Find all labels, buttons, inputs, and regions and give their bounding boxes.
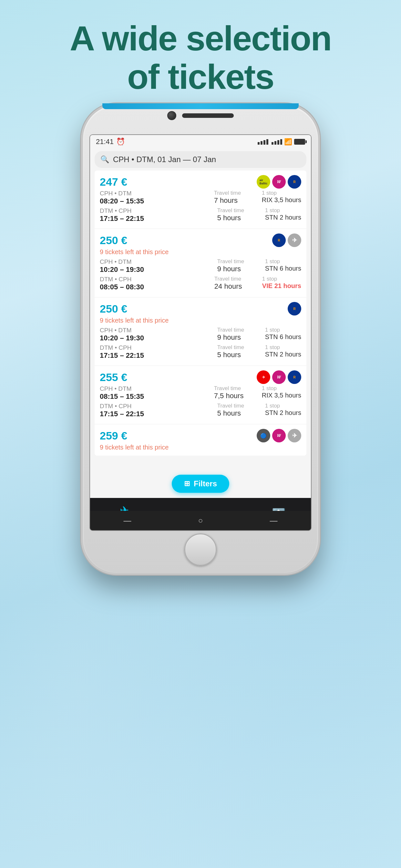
inbound-row-3: DTM • CPH 17:15 – 22:15 Travel time 5 ho…: [100, 344, 301, 360]
outbound-traveltime-2: Travel time 9 hours: [217, 258, 263, 273]
hero-title: A wide selection of tickets: [0, 20, 401, 96]
results-list: 247 € airBaltic W R: [95, 170, 306, 456]
inbound-row-1: DTM • CPH 17:15 – 22:15 Travel time 5 ho…: [100, 207, 301, 223]
inbound-stop-2: 1 stop VIE 21 hours: [262, 276, 301, 290]
outbound-row-1: CPH • DTM 08:20 – 15:35 Travel time 7 ho…: [100, 190, 301, 206]
inbound-traveltime-3: Travel time 5 hours: [217, 344, 263, 359]
status-right: 📶: [258, 138, 305, 146]
outbound-stop-4: 1 stop RIX 3,5 hours: [262, 385, 301, 399]
android-nav-bar: — ○ —: [90, 511, 311, 530]
plane-logo-5: ✈: [288, 429, 301, 442]
battery-icon: [294, 139, 305, 145]
outbound-route-1: CPH • DTM: [100, 190, 212, 197]
phone-camera-area: [149, 111, 252, 120]
outbound-stop-3: 1 stop STN 6 hours: [265, 327, 301, 341]
filters-button[interactable]: ⊞ Filters: [172, 475, 229, 493]
outbound-time-3: 10:20 – 19:30: [100, 334, 215, 342]
inbound-stop-3: 1 stop STN 2 hours: [265, 344, 301, 358]
inbound-time-3: 17:15 – 22:15: [100, 351, 215, 360]
ryanair-logo-1: R: [288, 175, 301, 189]
inbound-traveltime-2: Travel time 24 hours: [214, 276, 259, 290]
airline-logos-1: airBaltic W R: [257, 175, 301, 189]
ryanair-logo-3: R: [288, 302, 301, 315]
phone-top-accent: [102, 103, 299, 109]
outbound-row-3: CPH • DTM 10:20 – 19:30 Travel time 9 ho…: [100, 327, 301, 342]
card-header-4: 255 € ✈ W R: [100, 370, 301, 384]
inbound-time-1: 17:15 – 22:15: [100, 214, 215, 223]
android-home-btn[interactable]: ○: [198, 516, 203, 525]
inbound-stop-4: 1 stop STN 2 hours: [265, 403, 301, 416]
availability-5: 9 tickets left at this price: [100, 444, 301, 451]
availability-3: 9 tickets left at this price: [100, 317, 301, 324]
inbound-route-3: DTM • CPH: [100, 344, 215, 351]
inbound-traveltime-1: Travel time 5 hours: [217, 207, 263, 222]
alarm-icon: ⏰: [116, 137, 125, 146]
price-5: 259 €: [100, 430, 127, 442]
signal-bar-1: [258, 142, 259, 145]
flight-card-4[interactable]: 255 € ✈ W R: [95, 366, 306, 424]
flight-card-2[interactable]: 250 € R ✈ 9 tickets left at this price: [95, 229, 306, 298]
search-icon: 🔍: [100, 155, 109, 164]
results-scroll: 247 € airBaltic W R: [90, 170, 311, 498]
outbound-row-4: CPH • DTM 08:15 – 15:35 Travel time 7,5 …: [100, 385, 301, 401]
airline-logos-5: 🔵 W ✈: [257, 429, 301, 442]
signal-bars-2: [272, 139, 282, 145]
inbound-route-2: DTM • CPH: [100, 276, 212, 283]
outbound-route-2: CPH • DTM: [100, 258, 215, 266]
multi-logo: 🔵: [257, 429, 270, 442]
outbound-route-4: CPH • DTM: [100, 385, 212, 392]
flight-card-5[interactable]: 259 € 🔵 W ✈: [95, 424, 306, 456]
outbound-traveltime-1: Travel time 7 hours: [214, 190, 259, 205]
phone-wrapper: 21:41 ⏰ 📶: [81, 103, 320, 575]
phone-screen: 21:41 ⏰ 📶: [89, 134, 312, 531]
flight-card-1[interactable]: 247 € airBaltic W R: [95, 170, 306, 229]
results-inner: 247 € airBaltic W R: [90, 170, 311, 456]
speaker-bar: [182, 113, 234, 118]
airbaltic-logo: airBaltic: [257, 175, 270, 189]
outbound-stop-2: 1 stop STN 6 hours: [265, 258, 301, 272]
red-airline-logo: ✈: [257, 370, 270, 384]
android-back-btn[interactable]: —: [124, 516, 131, 525]
price-3: 250 €: [100, 303, 127, 315]
outbound-time-4: 08:15 – 15:35: [100, 392, 212, 401]
signal-bar-2: [260, 141, 263, 145]
filters-icon: ⊞: [184, 479, 190, 488]
outbound-row-2: CPH • DTM 10:20 – 19:30 Travel time 9 ho…: [100, 258, 301, 274]
signal-bar-4: [266, 139, 268, 145]
price-4: 255 €: [100, 371, 127, 383]
ryanair-logo-4: R: [288, 370, 301, 384]
search-bar[interactable]: 🔍 CPH • DTM, 01 Jan — 07 Jan: [95, 151, 306, 168]
price-2: 250 €: [100, 234, 127, 247]
wizz-logo-1: W: [272, 175, 286, 189]
card-header-1: 247 € airBaltic W R: [100, 175, 301, 189]
outbound-traveltime-3: Travel time 9 hours: [217, 327, 263, 342]
inbound-traveltime-4: Travel time 5 hours: [217, 403, 263, 417]
wizz-logo-4: W: [272, 370, 286, 384]
ryanair-logo-2: R: [272, 234, 286, 247]
inbound-stop-1: 1 stop STN 2 hours: [265, 207, 301, 221]
airline-logos-2: R ✈: [272, 234, 301, 247]
outbound-stop-1: 1 stop RIX 3,5 hours: [262, 190, 301, 204]
card-header-5: 259 € 🔵 W ✈: [100, 429, 301, 442]
hero-section: A wide selection of tickets: [0, 20, 401, 96]
inbound-route-1: DTM • CPH: [100, 207, 215, 214]
card-header-2: 250 € R ✈: [100, 234, 301, 247]
inbound-route-4: DTM • CPH: [100, 403, 215, 410]
inbound-row-4: DTM • CPH 17:15 – 22:15 Travel time 5 ho…: [100, 403, 301, 418]
signal-bar-3: [264, 140, 266, 145]
filters-label: Filters: [194, 479, 217, 488]
inbound-time-2: 08:05 – 08:30: [100, 283, 212, 291]
home-button[interactable]: [184, 533, 217, 566]
flight-card-3[interactable]: 250 € R 9 tickets left at this price: [95, 298, 306, 366]
wifi-icon: 📶: [284, 138, 292, 146]
android-recent-btn[interactable]: —: [270, 516, 277, 525]
search-query: CPH • DTM, 01 Jan — 07 Jan: [113, 155, 216, 164]
front-camera-icon: [167, 111, 176, 120]
airline-logos-4: ✈ W R: [257, 370, 301, 384]
outbound-traveltime-4: Travel time 7,5 hours: [214, 385, 259, 400]
availability-2: 9 tickets left at this price: [100, 248, 301, 256]
outbound-route-3: CPH • DTM: [100, 327, 215, 334]
airline-logos-3: R: [288, 302, 301, 315]
card-header-3: 250 € R: [100, 302, 301, 315]
plane-logo-2: ✈: [288, 234, 301, 247]
